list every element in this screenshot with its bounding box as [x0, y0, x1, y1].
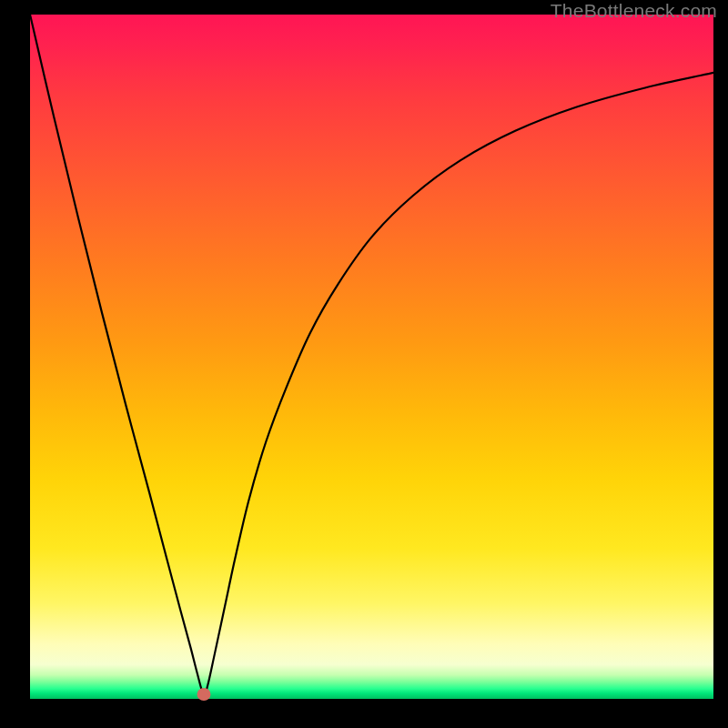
optimum-marker: [197, 688, 210, 701]
watermark-text: TheBottleneck.com: [551, 0, 717, 22]
chart-frame: TheBottleneck.com: [0, 0, 728, 728]
bottleneck-curve: [30, 15, 713, 699]
curve-path: [30, 15, 713, 695]
plot-area: [30, 15, 713, 699]
